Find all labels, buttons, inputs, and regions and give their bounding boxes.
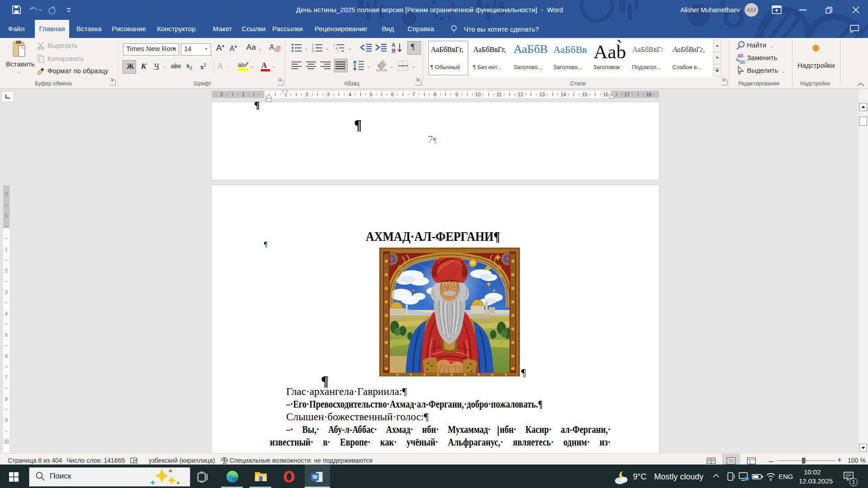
svg-text:1: 1 [5,247,8,252]
svg-text:2: 2 [306,92,308,97]
svg-text:4: 4 [349,92,351,97]
svg-text:12: 12 [518,92,523,97]
svg-text:А: А [392,42,396,48]
svg-text:2: 2 [5,192,8,197]
svg-text:ab: ab [737,53,744,59]
svg-text:6: 6 [391,92,394,97]
svg-text:7: 7 [5,375,8,380]
svg-text:14: 14 [561,92,566,97]
svg-text:17: 17 [624,92,630,97]
svg-text:5: 5 [5,333,8,338]
svg-text:9: 9 [5,418,8,423]
svg-text:16: 16 [603,92,609,97]
svg-text:13: 13 [539,92,545,97]
svg-text:18: 18 [646,92,651,97]
svg-text:9: 9 [455,92,458,97]
svg-text:3: 3 [312,49,314,52]
svg-text:3: 3 [5,290,8,295]
svg-text:10: 10 [475,92,481,97]
svg-text:А: А [269,43,274,51]
svg-text:8: 8 [5,397,8,402]
svg-text:15: 15 [582,92,587,97]
svg-text:W: W [312,474,318,480]
svg-text:a: a [335,47,337,50]
svg-text:6: 6 [5,354,8,359]
svg-text:1: 1 [312,43,314,46]
svg-text:ac: ac [740,59,745,65]
svg-text:5: 5 [370,92,373,97]
svg-text:i: i [338,50,339,53]
svg-text:4: 4 [5,311,8,316]
svg-text:7: 7 [412,92,415,97]
svg-text:3: 3 [327,92,330,97]
svg-text:А: А [261,61,267,70]
svg-text:1: 1 [242,92,245,97]
svg-text:Я: Я [392,48,396,54]
svg-text:2: 2 [312,46,314,49]
svg-text:8: 8 [434,92,436,97]
svg-text:2: 2 [5,268,8,273]
svg-text:1: 1 [5,213,8,218]
svg-text:1: 1 [333,43,335,47]
svg-text:10: 10 [4,439,9,444]
svg-text:ab: ab [238,61,244,68]
svg-text:11: 11 [496,92,501,97]
svg-text:2: 2 [220,92,223,97]
